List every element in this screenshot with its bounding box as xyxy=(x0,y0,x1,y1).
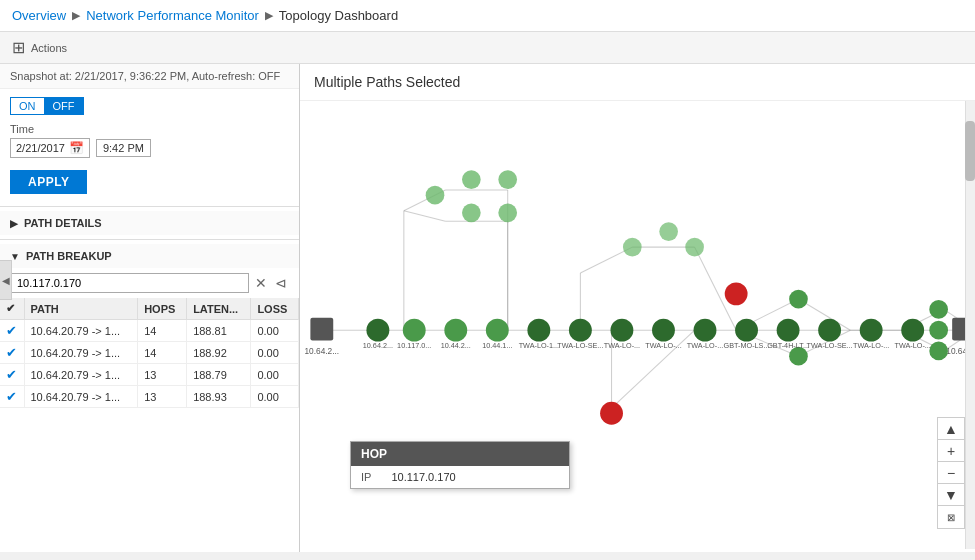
time-input[interactable]: 9:42 PM xyxy=(96,139,151,157)
search-row: ✕ ⊲ xyxy=(0,268,299,298)
node-3 xyxy=(444,319,467,342)
svg-text:10.64.2...: 10.64.2... xyxy=(363,341,393,350)
node-5 xyxy=(527,319,550,342)
svg-text:TWA-LO-SE...: TWA-LO-SE... xyxy=(807,341,853,350)
breadcrumb-monitor[interactable]: Network Performance Monitor xyxy=(86,8,259,23)
svg-text:TWA-LO-...: TWA-LO-... xyxy=(645,341,681,350)
row-path-3: 10.64.20.79 -> 1... xyxy=(24,386,138,408)
calendar-icon[interactable]: 📅 xyxy=(69,141,84,155)
path-breakup-label: PATH BREAKUP xyxy=(26,250,112,262)
server-left xyxy=(310,318,333,341)
hop-ip-key: IP xyxy=(361,471,371,483)
svg-text:GBT-4H-LT...: GBT-4H-LT... xyxy=(767,341,809,350)
row-loss-1: 0.00 xyxy=(251,342,299,364)
toggle-off-button[interactable]: OFF xyxy=(44,97,84,115)
row-loss-0: 0.00 xyxy=(251,320,299,342)
svg-line-3 xyxy=(404,211,446,221)
path-details-arrow: ▶ xyxy=(10,218,18,229)
clear-button[interactable]: ✕ xyxy=(253,273,269,293)
row-loss-2: 0.00 xyxy=(251,364,299,386)
left-panel: Snapshot at: 2/21/2017, 9:36:22 PM, Auto… xyxy=(0,64,300,552)
time-label: Time xyxy=(10,123,289,135)
right-panel: Multiple Paths Selected xyxy=(300,64,975,552)
scroll-thumb xyxy=(965,121,975,181)
svg-text:GBT-MO-LS...: GBT-MO-LS... xyxy=(724,341,770,350)
actions-label: Actions xyxy=(31,42,67,54)
zoom-down-button[interactable]: ▼ xyxy=(938,484,964,506)
row-path-2: 10.64.20.79 -> 1... xyxy=(24,364,138,386)
svg-text:10.44.1...: 10.44.1... xyxy=(482,341,512,350)
row-hops-2: 13 xyxy=(138,364,187,386)
col-path: PATH xyxy=(24,298,138,320)
topology-title: Multiple Paths Selected xyxy=(300,64,975,101)
date-input[interactable]: 2/21/2017 📅 xyxy=(10,138,90,158)
col-loss: LOSS xyxy=(251,298,299,320)
path-breakup-section: ▼ PATH BREAKUP ✕ ⊲ ✔ PATH HOPS LATEN... … xyxy=(0,244,299,408)
actions-bar: ⊞ Actions xyxy=(0,32,975,64)
node-1 xyxy=(366,319,389,342)
path-details-header[interactable]: ▶ PATH DETAILS xyxy=(0,211,299,235)
node-upper-4 xyxy=(498,170,517,189)
row-hops-0: 14 xyxy=(138,320,187,342)
scroll-indicator xyxy=(965,101,975,549)
apply-button[interactable]: APPLY xyxy=(10,170,87,194)
collapse-handle[interactable]: ◀ xyxy=(0,260,12,300)
node-upper-5 xyxy=(498,204,517,223)
node-12 xyxy=(818,319,841,342)
node-right-5 xyxy=(929,342,948,361)
node-14 xyxy=(901,319,924,342)
row-check-1[interactable]: ✔ xyxy=(0,342,24,364)
zoom-out-button[interactable]: − xyxy=(938,462,964,484)
path-breakup-header[interactable]: ▼ PATH BREAKUP xyxy=(0,244,299,268)
time-inputs: 2/21/2017 📅 9:42 PM xyxy=(10,138,289,158)
col-check: ✔ xyxy=(0,298,24,320)
hop-tooltip: HOP IP 10.117.0.170 xyxy=(350,441,570,489)
node-11 xyxy=(777,319,800,342)
row-check-0[interactable]: ✔ xyxy=(0,320,24,342)
zoom-up-button[interactable]: ▲ xyxy=(938,418,964,440)
node-upper-3 xyxy=(462,204,481,223)
zoom-in-button[interactable]: + xyxy=(938,440,964,462)
breadcrumb-overview[interactable]: Overview xyxy=(12,8,66,23)
table-row[interactable]: ✔ 10.64.20.79 -> 1... 13 188.79 0.00 xyxy=(0,364,299,386)
svg-text:TWA-LO-SE...: TWA-LO-SE... xyxy=(557,341,603,350)
row-path-0: 10.64.20.79 -> 1... xyxy=(24,320,138,342)
row-latency-1: 188.92 xyxy=(187,342,251,364)
svg-text:TWA-LO-...: TWA-LO-... xyxy=(853,341,889,350)
toggle-on-button[interactable]: ON xyxy=(10,97,44,115)
hop-tooltip-row: IP 10.117.0.170 xyxy=(351,466,569,488)
node-cluster-2 xyxy=(659,222,678,241)
toggle-row: ON OFF xyxy=(0,89,299,119)
node-upper-2 xyxy=(462,170,481,189)
row-check-2[interactable]: ✔ xyxy=(0,364,24,386)
divider-1 xyxy=(0,206,299,207)
breadcrumb-sep-1: ▶ xyxy=(72,9,80,22)
node-8 xyxy=(652,319,675,342)
table-row[interactable]: ✔ 10.64.20.79 -> 1... 14 188.81 0.00 xyxy=(0,320,299,342)
topology-title-text: Multiple Paths Selected xyxy=(314,74,460,90)
table-row[interactable]: ✔ 10.64.20.79 -> 1... 14 188.92 0.00 xyxy=(0,342,299,364)
svg-text:10.117.0...: 10.117.0... xyxy=(397,341,431,350)
table-row[interactable]: ✔ 10.64.20.79 -> 1... 13 188.93 0.00 xyxy=(0,386,299,408)
row-hops-3: 13 xyxy=(138,386,187,408)
table-header-row: ✔ PATH HOPS LATEN... LOSS xyxy=(0,298,299,320)
node-right-3 xyxy=(929,300,948,319)
topology-canvas[interactable]: 10.64.2... 10.64.1... xyxy=(300,101,975,549)
row-hops-1: 14 xyxy=(138,342,187,364)
row-check-3[interactable]: ✔ xyxy=(0,386,24,408)
hop-ip-value: 10.117.0.170 xyxy=(391,471,455,483)
date-value: 2/21/2017 xyxy=(16,142,65,154)
row-path-1: 10.64.20.79 -> 1... xyxy=(24,342,138,364)
node-9 xyxy=(694,319,717,342)
filter-button[interactable]: ⊲ xyxy=(273,273,289,293)
time-value: 9:42 PM xyxy=(103,142,144,154)
snapshot-text: Snapshot at: 2/21/2017, 9:36:22 PM, Auto… xyxy=(10,70,280,82)
node-right-4 xyxy=(929,321,948,340)
node-red-2 xyxy=(600,402,623,425)
breadcrumb-dashboard: Topology Dashboard xyxy=(279,8,398,23)
search-input[interactable] xyxy=(10,273,249,293)
node-7 xyxy=(611,319,634,342)
zoom-fit-button[interactable]: ⊠ xyxy=(938,506,964,528)
path-details-label: PATH DETAILS xyxy=(24,217,102,229)
svg-text:TWA-LO-...: TWA-LO-... xyxy=(687,341,723,350)
